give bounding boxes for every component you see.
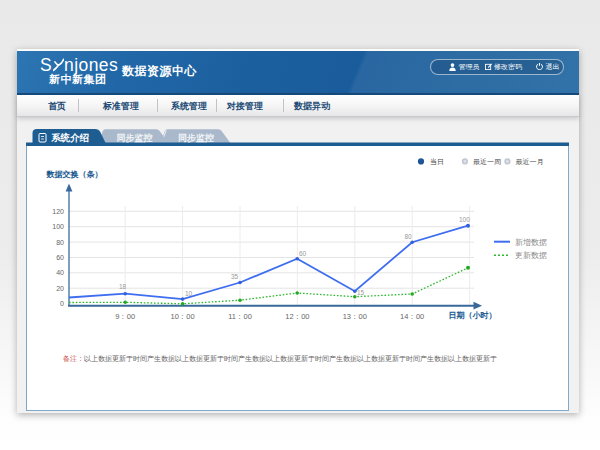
svg-text:更新数据: 更新数据	[515, 251, 547, 260]
svg-text:0: 0	[60, 300, 64, 307]
svg-text:最近一周: 最近一周	[473, 158, 501, 165]
svg-text:60: 60	[56, 254, 64, 261]
svg-text:60: 60	[299, 250, 307, 257]
svg-text:35: 35	[231, 273, 239, 280]
svg-text:数据交换（条）: 数据交换（条）	[46, 170, 103, 179]
svg-text:最近一月: 最近一月	[516, 158, 544, 166]
svg-text:40: 40	[56, 269, 64, 276]
svg-text:12：00: 12：00	[285, 312, 309, 321]
svg-text:100: 100	[459, 216, 470, 223]
svg-text:100: 100	[52, 223, 64, 230]
svg-text:13：00: 13：00	[343, 312, 367, 321]
svg-text:20: 20	[56, 285, 64, 292]
svg-text:同步监控: 同步监控	[117, 133, 153, 143]
svg-text:日期（小时）: 日期（小时）	[449, 311, 497, 320]
svg-text:9：00: 9：00	[115, 312, 135, 321]
svg-text:14：00: 14：00	[400, 312, 424, 321]
svg-text:系统介绍: 系统介绍	[51, 132, 90, 143]
svg-text:11：00: 11：00	[228, 312, 252, 321]
svg-text:新增数据: 新增数据	[515, 238, 547, 247]
svg-text:当日: 当日	[430, 158, 444, 166]
svg-text:18: 18	[119, 283, 127, 290]
svg-text:80: 80	[405, 233, 413, 240]
svg-text:10：00: 10：00	[171, 312, 195, 321]
svg-text:120: 120	[52, 208, 64, 215]
svg-text:80: 80	[56, 239, 64, 246]
svg-text:10: 10	[185, 290, 193, 297]
svg-text:同步监控: 同步监控	[178, 133, 214, 143]
svg-text:15: 15	[357, 289, 365, 296]
